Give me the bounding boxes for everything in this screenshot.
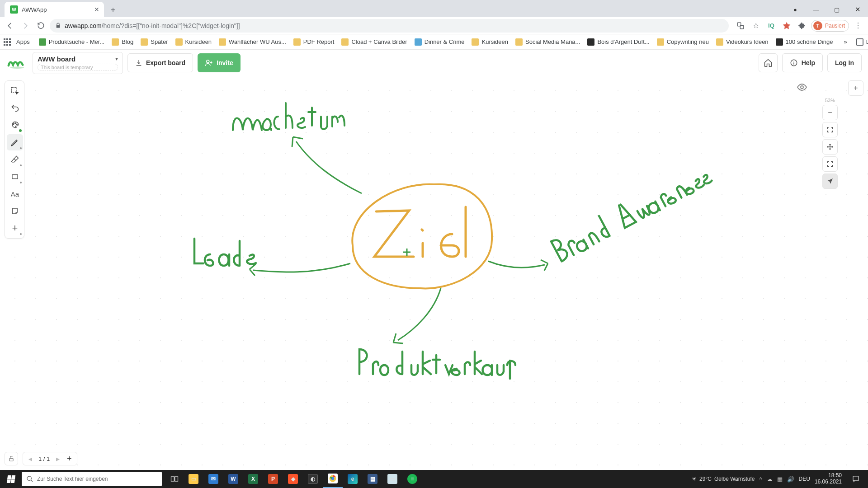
select-tool[interactable] [7, 83, 23, 99]
bookmark-label: Social Media Mana... [525, 38, 580, 45]
bookmark-item[interactable]: Bois d'Argent Duft... [584, 37, 653, 47]
iq-icon[interactable]: IQ [765, 19, 778, 32]
minimize-button[interactable]: ― [806, 2, 826, 17]
address-bar[interactable]: awwapp.com/home/?dis=[["no-init-modal"]%… [50, 19, 729, 33]
whiteboard-canvas[interactable]: Aa + + 53% − ◂ 1 / 1 ▸ + [0, 76, 868, 470]
presence-icon[interactable] [797, 82, 807, 93]
undo-tool[interactable] [7, 100, 23, 116]
zoom-out-button[interactable]: − [822, 105, 838, 120]
fullscreen-button[interactable] [822, 156, 838, 172]
bookmark-item[interactable]: Blog [108, 37, 137, 47]
back-button[interactable] [4, 19, 16, 32]
taskbar-chrome[interactable] [323, 470, 343, 488]
translate-icon[interactable] [734, 19, 747, 32]
account-dot-icon[interactable]: ● [785, 2, 806, 17]
invite-button[interactable]: Invite [198, 53, 241, 72]
shape-tool[interactable] [7, 169, 23, 185]
bookmark-item[interactable]: Kursideen [172, 37, 216, 47]
bookmark-item[interactable]: Social Media Mana... [512, 37, 584, 47]
next-page-button[interactable]: ▸ [52, 455, 63, 463]
action-center-button[interactable] [846, 470, 865, 488]
bookmark-item[interactable]: Produktsuche - Mer... [35, 37, 108, 47]
svg-rect-19 [853, 476, 859, 481]
app-logo[interactable] [6, 54, 28, 71]
new-tab-button[interactable]: + [107, 4, 119, 16]
lock-button[interactable] [5, 452, 18, 465]
svg-rect-16 [175, 477, 178, 481]
task-view-button[interactable] [165, 470, 184, 488]
profile-pause-pill[interactable]: T Pausiert [811, 20, 849, 32]
board-selector[interactable]: AWW board ▾ This board is temporary [33, 52, 123, 74]
taskbar-search[interactable]: Zur Suche Text hier eingeben [22, 472, 162, 486]
taskbar-explorer[interactable]: ▭ [184, 470, 203, 488]
maximize-button[interactable]: ▢ [826, 2, 847, 17]
tray-network-icon[interactable]: ▦ [777, 476, 783, 483]
weather-widget[interactable]: ☀ 29°C Gelbe Warnstufe [692, 476, 755, 482]
taskbar-reader[interactable]: ▤ [363, 470, 382, 488]
sticky-tool[interactable] [7, 203, 23, 219]
close-window-button[interactable]: ✕ [847, 2, 868, 17]
extensions-icon[interactable] [796, 19, 808, 32]
tray-onedrive-icon[interactable]: ☁ [767, 476, 773, 483]
bookmark-item[interactable]: Wahlfächer WU Aus... [215, 37, 290, 47]
tray-chevron-icon[interactable]: ^ [759, 476, 762, 483]
search-placeholder: Zur Suche Text hier eingeben [37, 476, 108, 482]
forward-button[interactable] [19, 19, 32, 32]
reading-list-button[interactable]: Leseliste [853, 37, 868, 47]
bookmark-item[interactable]: PDF Report [290, 37, 338, 47]
tray-clock[interactable]: 18:50 16.06.2021 [815, 473, 842, 485]
svg-point-2 [10, 66, 24, 69]
add-tool[interactable]: + [7, 220, 23, 236]
app-header: AWW board ▾ This board is temporary Expo… [0, 50, 868, 76]
svg-point-9 [15, 123, 16, 124]
pen-tool[interactable] [7, 134, 23, 150]
taskbar-excel[interactable]: X [243, 470, 263, 488]
taskbar-brave[interactable]: ◆ [283, 470, 303, 488]
kebab-menu-icon[interactable]: ⋮ [852, 19, 864, 32]
taskbar-powerpoint[interactable]: P [263, 470, 283, 488]
fit-screen-button[interactable] [822, 122, 838, 137]
taskbar-mail[interactable]: ✉ [203, 470, 223, 488]
home-button[interactable] [759, 53, 778, 72]
browser-tab[interactable]: W AWWApp ✕ [5, 2, 104, 17]
extension-price-icon[interactable] [780, 19, 793, 32]
apps-button[interactable] [4, 36, 11, 48]
bookmark-item[interactable]: 100 schöne Dinge [772, 37, 837, 47]
lock-icon [55, 23, 61, 28]
bookmark-item[interactable]: Kursideen [468, 37, 512, 47]
pan-button[interactable] [822, 139, 838, 155]
export-board-button[interactable]: Export board [127, 53, 193, 72]
help-button[interactable]: Help [782, 53, 823, 72]
bookmark-star-icon[interactable]: ☆ [750, 19, 762, 32]
tray-language[interactable]: DEU [799, 476, 810, 482]
bookmark-item[interactable]: Copywriting neu [653, 37, 712, 47]
eraser-tool[interactable] [7, 151, 23, 168]
apps-label[interactable]: Apps [13, 37, 33, 47]
add-page-button[interactable]: + [63, 454, 75, 464]
windows-taskbar: Zur Suche Text hier eingeben ▭ ✉ W X P ◆… [0, 470, 868, 488]
bookmarks-overflow[interactable]: » [840, 37, 850, 47]
bookmark-item[interactable]: Dinner & Crime [411, 37, 468, 47]
svg-rect-15 [171, 477, 175, 481]
prev-page-button[interactable]: ◂ [25, 455, 36, 463]
bookmark-item[interactable]: Videokurs Ideen [712, 37, 772, 47]
drawing-layer [0, 76, 868, 470]
bookmark-favicon [175, 38, 183, 46]
start-button[interactable] [0, 470, 22, 488]
bookmark-item[interactable]: Später [137, 37, 171, 47]
url-text: awwapp.com/home/?dis=[["no-init-modal"]%… [65, 22, 240, 29]
zoom-in-button[interactable]: + [848, 80, 863, 96]
taskbar-spotify[interactable]: ≡ [402, 470, 422, 488]
reload-button[interactable] [34, 19, 47, 32]
text-tool[interactable]: Aa [7, 186, 23, 202]
taskbar-obs[interactable]: ◐ [303, 470, 323, 488]
login-button[interactable]: Log In [827, 53, 862, 72]
color-tool[interactable] [7, 117, 23, 133]
bookmark-item[interactable]: Cload + Canva Bilder [338, 37, 410, 47]
cursor-follow-button[interactable] [822, 174, 838, 189]
tab-close-icon[interactable]: ✕ [94, 6, 99, 13]
taskbar-edge[interactable]: e [343, 470, 363, 488]
taskbar-notepad[interactable]: ▭ [382, 470, 402, 488]
taskbar-word[interactable]: W [223, 470, 243, 488]
tray-volume-icon[interactable]: 🔊 [787, 476, 794, 483]
